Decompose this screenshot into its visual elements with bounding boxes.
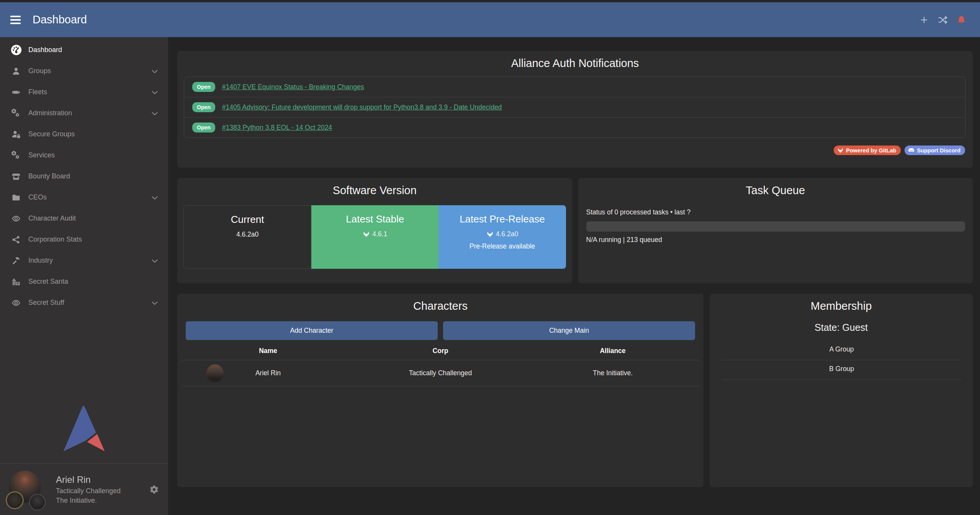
- sidebar-item-label: Secure Groups: [28, 130, 75, 138]
- change-main-button[interactable]: Change Main: [443, 321, 695, 340]
- sidebar-item-groups[interactable]: Groups: [0, 60, 168, 82]
- sidebar-item-label: Secret Stuff: [28, 299, 64, 307]
- sidebar-item-services[interactable]: Services: [0, 145, 168, 166]
- user-lock-icon: [10, 129, 23, 140]
- chevron-down-icon: [150, 87, 160, 97]
- support-discord-badge[interactable]: Support Discord: [905, 146, 965, 155]
- gifts-icon: [10, 276, 23, 288]
- avatar: [7, 469, 45, 509]
- sidebar-item-ceos[interactable]: CEOs: [0, 187, 168, 208]
- hammer-icon: [10, 255, 23, 266]
- membership-state: State: Guest: [710, 322, 973, 333]
- alliance-auth-app: Dashboard: [0, 0, 980, 515]
- gears-icon: [10, 150, 23, 161]
- notification-item: Open #1407 EVE Equinox Status - Breaking…: [184, 77, 965, 97]
- sidebar-item-label: CEOs: [28, 193, 47, 201]
- status-badge: Open: [192, 123, 215, 132]
- notification-link[interactable]: #1405 Advisory: Future development will …: [222, 103, 502, 111]
- sidebar-item-label: Industry: [28, 257, 53, 265]
- menu-toggle-icon[interactable]: [10, 16, 21, 24]
- user-corp: Tactically Challenged: [56, 487, 121, 495]
- shield-label: Powered by GitLab: [846, 147, 896, 154]
- list-item: A Group: [722, 341, 961, 360]
- chevron-down-icon: [150, 256, 160, 266]
- notifications-list: Open #1407 EVE Equinox Status - Breaking…: [184, 77, 965, 138]
- characters-table: Name Corp Alliance Ariel Rin Tactically …: [182, 347, 699, 386]
- notification-link[interactable]: #1383 Python 3.8 EOL - 14 Oct 2024: [222, 124, 332, 132]
- version-number: 4.6.2a0: [236, 231, 258, 239]
- add-character-button[interactable]: Add Character: [186, 321, 438, 340]
- sidebar-item-label: Fleets: [28, 88, 47, 96]
- sidebar-item-industry[interactable]: Industry: [0, 250, 168, 271]
- eye-icon: [10, 297, 23, 309]
- notification-item: Open #1405 Advisory: Future development …: [184, 97, 965, 117]
- sidebar-item-character-audit[interactable]: Character Audit: [0, 208, 168, 229]
- main-content: Alliance Auth Notifications Open #1407 E…: [168, 37, 980, 515]
- column-header-corp: Corp: [354, 347, 527, 355]
- user-name: Ariel Rin: [56, 474, 121, 485]
- sidebar-item-secret-santa[interactable]: Secret Santa: [0, 271, 168, 292]
- membership-panel: Membership State: Guest A Group B Group: [710, 294, 973, 487]
- gears-icon: [10, 108, 23, 119]
- task-queue-caption: N/A running | 213 queued: [586, 236, 965, 244]
- sidebar-item-administration[interactable]: Administration: [0, 103, 168, 124]
- cell-alliance: The Initiative.: [527, 369, 699, 377]
- column-header-alliance: Alliance: [527, 347, 699, 355]
- notifications-panel: Alliance Auth Notifications Open #1407 E…: [177, 51, 973, 168]
- sidebar-item-label: Bounty Board: [28, 172, 70, 180]
- alliance-logo: [29, 494, 46, 510]
- notifications-bell-icon[interactable]: [957, 15, 966, 25]
- alliance-auth-logo: [0, 404, 168, 463]
- chevron-down-icon: [150, 298, 160, 308]
- notifications-title: Alliance Auth Notifications: [177, 51, 973, 70]
- task-queue-progress-bar: [586, 221, 965, 232]
- user-alliance: The Initiative.: [56, 497, 121, 505]
- shuffle-icon[interactable]: [938, 15, 948, 25]
- notification-link[interactable]: #1407 EVE Equinox Status - Breaking Chan…: [222, 83, 364, 91]
- character-portrait: [206, 364, 224, 382]
- shield-label: Support Discord: [917, 147, 960, 154]
- sidebar-item-fleets[interactable]: Fleets: [0, 82, 168, 103]
- space-shuttle-icon: [10, 87, 23, 98]
- column-header-name: Name: [182, 347, 354, 355]
- cell-corp: Tactically Challenged: [354, 369, 527, 377]
- task-queue-status: Status of 0 processed tasks • last ?: [586, 208, 965, 216]
- version-cell-heading: Latest Stable: [311, 213, 438, 225]
- sidebar-item-label: Secret Santa: [28, 278, 68, 286]
- sidebar-item-bounty-board[interactable]: Bounty Board: [0, 166, 168, 187]
- version-number: 4.6.1: [372, 230, 387, 238]
- list-item: B Group: [722, 360, 961, 380]
- version-cell-stable: Latest Stable 4.6.1: [311, 205, 438, 269]
- sidebar-item-secret-stuff[interactable]: Secret Stuff: [0, 292, 168, 313]
- chevron-down-icon: [150, 193, 160, 203]
- user-icon: [10, 65, 23, 77]
- discord-icon: [908, 147, 915, 154]
- sidebar-item-label: Dashboard: [28, 46, 62, 54]
- sidebar-item-label: Services: [28, 151, 55, 159]
- folder-icon: [10, 192, 23, 203]
- user-panel: Ariel Rin Tactically Challenged The Init…: [0, 463, 168, 515]
- store-icon: [10, 171, 23, 182]
- share-icon: [10, 234, 23, 245]
- chevron-down-icon: [150, 66, 160, 76]
- powered-by-gitlab-badge[interactable]: Powered by GitLab: [834, 146, 901, 155]
- gear-icon[interactable]: [149, 485, 159, 494]
- task-queue-panel: Task Queue Status of 0 processed tasks •…: [578, 178, 973, 283]
- version-number: 4.6.2a0: [496, 230, 518, 238]
- characters-title: Characters: [177, 294, 704, 312]
- membership-groups: A Group B Group: [722, 341, 961, 380]
- eye-icon: [10, 213, 23, 224]
- chevron-down-icon: [150, 108, 160, 118]
- sidebar-item-label: Character Audit: [28, 214, 76, 222]
- sidebar-item-dashboard[interactable]: Dashboard: [0, 39, 168, 60]
- status-badge: Open: [192, 102, 215, 112]
- gitlab-icon: [363, 231, 370, 238]
- sidebar-item-corporation-stats[interactable]: Corporation Stats: [0, 229, 168, 250]
- characters-panel: Characters Add Character Change Main Nam…: [177, 294, 704, 487]
- add-character-icon[interactable]: [919, 15, 929, 25]
- prerelease-note: Pre-Release available: [438, 242, 566, 250]
- sidebar: Dashboard Groups: [0, 37, 168, 515]
- sidebar-item-secure-groups[interactable]: Secure Groups: [0, 124, 168, 145]
- version-cell-heading: Current: [184, 214, 311, 226]
- task-queue-title: Task Queue: [578, 178, 973, 197]
